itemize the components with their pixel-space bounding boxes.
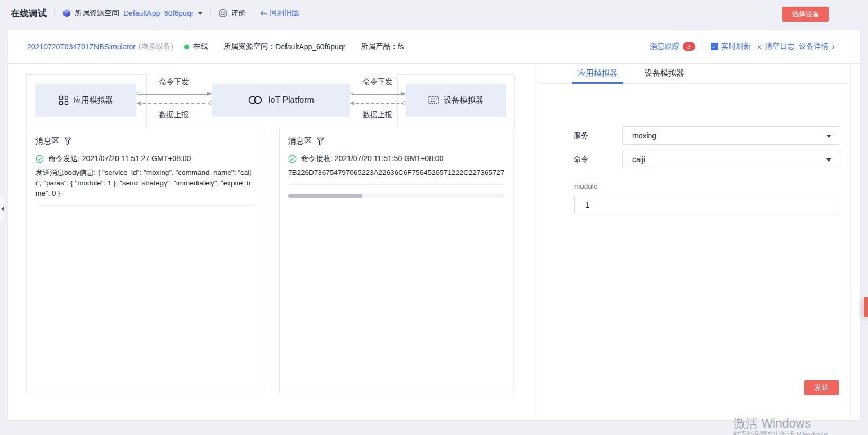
entry-divider xyxy=(288,184,505,185)
back-to-old-label: 回到旧版 xyxy=(270,8,299,18)
simulator-tabs: 应用模拟器 设备模拟器 xyxy=(538,63,850,84)
data-report-label: 数据上报 xyxy=(350,110,406,120)
iot-platform-label: IoT Platform xyxy=(268,95,314,105)
service-label: 服务 xyxy=(574,131,588,140)
resource-space-cube-icon xyxy=(62,8,71,18)
realtime-refresh-label[interactable]: 实时刷新 xyxy=(721,42,751,51)
divider xyxy=(54,9,55,17)
resource-space-value: DefaultApp_60f6puqr xyxy=(123,9,193,17)
left-panel-collapse-handle[interactable] xyxy=(0,195,5,223)
tab-device-simulator[interactable]: 设备模拟器 xyxy=(639,63,690,83)
device-info-bar: 20210720T034701ZNBSimulator (虚拟设备) 在线 所属… xyxy=(8,30,860,64)
product-value: fs xyxy=(398,42,404,51)
data-report-label: 数据上报 xyxy=(136,110,212,120)
data-report-arrow xyxy=(351,103,405,104)
divider xyxy=(210,9,211,17)
message-entry: 命令发送: 2021/07/20 11:51:27 GMT+08:00 发送消息… xyxy=(35,154,254,206)
right-edge-feedback-tab[interactable] xyxy=(864,297,868,317)
page-title: 在线调试 xyxy=(11,7,47,20)
message-trace-link[interactable]: 消息跟踪 xyxy=(650,42,679,51)
command-label: 命令 xyxy=(574,155,588,164)
module-label: module xyxy=(574,182,597,190)
collapse-left-arrow-icon xyxy=(1,207,4,211)
device-name-link[interactable]: 20210720T034701ZNBSimulator xyxy=(27,42,136,51)
topbar: 在线调试 所属资源空间 DefaultApp_60f6puqr xyxy=(0,0,868,26)
message-trace-badge: 3 xyxy=(683,42,695,51)
device-simulator-label: 设备模拟器 xyxy=(444,95,484,105)
service-value: moxing xyxy=(632,131,656,140)
chevron-down-icon xyxy=(826,158,831,162)
success-check-icon xyxy=(288,155,297,163)
apps-grid-icon xyxy=(59,95,69,105)
tab-divider xyxy=(631,69,631,77)
feedback-smiley-icon[interactable] xyxy=(218,8,228,18)
command-value: caiji xyxy=(632,155,645,164)
message-body-hex: 7B226D736754797065223A22636C6F7564526571… xyxy=(288,167,505,178)
product-label: 所属产品： xyxy=(361,42,398,51)
device-info-actions: 消息跟踪 3 ✓ 实时刷新 × 清空日志 设备详情 › xyxy=(650,41,860,52)
virtual-device-icon xyxy=(428,96,439,104)
windows-activate-watermark-hint: 转到“设置”以激活 Windows xyxy=(733,430,829,435)
command-down-label: 命令下发 xyxy=(136,77,212,87)
message-status-line: 命令发送: 2021/07/20 11:51:27 GMT+08:00 xyxy=(48,154,191,164)
horizontal-scrollbar-thumb[interactable] xyxy=(288,194,362,198)
topbar-left: 在线调试 所属资源空间 DefaultApp_60f6puqr xyxy=(0,7,299,20)
module-input[interactable] xyxy=(574,196,839,214)
message-entry: 命令接收: 2021/07/20 11:51:50 GMT+08:00 7B22… xyxy=(288,154,505,185)
return-arrow-icon xyxy=(259,10,267,17)
resource-space-selector[interactable]: DefaultApp_60f6puqr xyxy=(123,9,203,17)
platform-device-arrows: 命令下发 数据上报 xyxy=(350,74,406,120)
resource-space-value: DefaultApp_60f6puqr xyxy=(275,42,345,51)
divider xyxy=(216,42,216,51)
windows-activate-watermark: 激活 Windows xyxy=(733,415,811,432)
app-simulator-label: 应用模拟器 xyxy=(74,95,113,105)
clear-log-x-icon[interactable]: × xyxy=(757,42,762,51)
simulator-panel: 应用模拟器 设备模拟器 服务 moxing 命令 caiji mod xyxy=(538,63,851,420)
horizontal-scrollbar-track xyxy=(288,194,505,198)
online-status-label: 在线 xyxy=(193,42,208,51)
online-debug-page: 在线调试 所属资源空间 DefaultApp_60f6puqr xyxy=(0,0,868,435)
message-area-title: 消息区 xyxy=(288,136,312,146)
device-detail-link[interactable]: 设备详情 xyxy=(799,42,828,51)
resource-space-label: 所属资源空间： xyxy=(223,42,275,51)
message-status-line: 命令接收: 2021/07/20 11:51:50 GMT+08:00 xyxy=(301,154,443,164)
chevron-right-icon[interactable]: › xyxy=(831,41,835,52)
chevron-down-icon xyxy=(198,12,203,15)
device-message-area: 消息区 命令接收: 2021/07/20 11:51:50 GMT+08:00 … xyxy=(279,128,514,393)
chevron-down-icon xyxy=(826,135,831,138)
tab-app-simulator[interactable]: 应用模拟器 xyxy=(572,63,623,83)
app-message-area: 消息区 命令发送: 2021/07/20 11:51:27 GMT+08:00 … xyxy=(26,128,263,393)
success-check-icon xyxy=(35,155,44,163)
device-simulator-box: 设备模拟器 xyxy=(406,84,506,117)
back-to-old-link[interactable]: 回到旧版 xyxy=(259,8,299,18)
entry-divider xyxy=(35,205,254,206)
device-info-left: 20210720T034701ZNBSimulator (虚拟设备) 在线 所属… xyxy=(8,42,404,51)
main-card: 20210720T034701ZNBSimulator (虚拟设备) 在线 所属… xyxy=(8,30,860,420)
data-report-arrow xyxy=(137,103,211,104)
online-status-dot xyxy=(184,45,189,49)
command-down-arrow xyxy=(137,94,211,95)
filter-funnel-icon[interactable] xyxy=(64,137,71,145)
message-area-title: 消息区 xyxy=(35,136,59,146)
divider xyxy=(703,42,703,51)
feedback-label[interactable]: 评价 xyxy=(231,8,246,18)
resource-space-label: 所属资源空间 xyxy=(75,8,119,18)
filter-funnel-icon[interactable] xyxy=(317,137,324,145)
service-select[interactable]: moxing xyxy=(622,126,839,145)
iot-platform-logo xyxy=(247,95,263,105)
send-button[interactable]: 发送 xyxy=(804,380,839,395)
command-down-arrow xyxy=(351,94,405,95)
app-simulator-box: 应用模拟器 xyxy=(35,84,136,117)
divider xyxy=(353,42,353,51)
message-body: 发送消息body信息: { "service_id": "moxing", "c… xyxy=(35,167,254,199)
content-area: 应用模拟器 IoT Platform 设备模拟器 命令下发 xyxy=(8,63,860,420)
device-type-label: (虚拟设备) xyxy=(139,42,173,51)
realtime-refresh-checkbox[interactable]: ✓ xyxy=(711,43,718,50)
command-down-label: 命令下发 xyxy=(350,77,406,87)
select-device-button[interactable]: 选择设备 xyxy=(782,7,829,22)
iot-platform-box: IoT Platform xyxy=(212,84,350,117)
app-platform-arrows: 命令下发 数据上报 xyxy=(136,74,212,120)
clear-log-link[interactable]: 清空日志 xyxy=(765,42,794,51)
command-select[interactable]: caiji xyxy=(622,150,839,168)
